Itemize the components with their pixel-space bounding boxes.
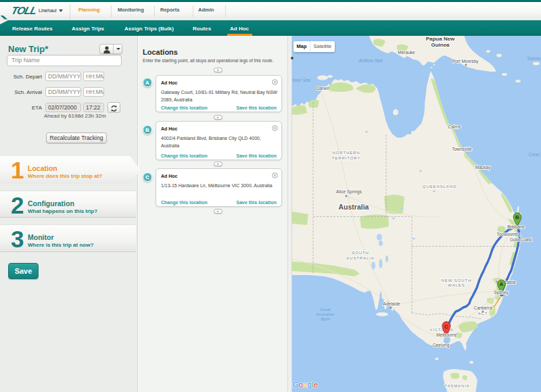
svg-text:Guinea: Guinea bbox=[431, 42, 450, 48]
svg-text:Australian: Australian bbox=[316, 312, 335, 316]
svg-text:Alice Springs: Alice Springs bbox=[336, 189, 362, 195]
svg-text:Bight: Bight bbox=[321, 317, 330, 321]
svg-text:NEW SOUTH: NEW SOUTH bbox=[442, 278, 472, 283]
svg-text:Adelaide: Adelaide bbox=[383, 301, 400, 306]
svg-text:Brisbane: Brisbane bbox=[507, 224, 525, 229]
svg-text:Cairns: Cairns bbox=[448, 124, 462, 129]
svg-text:Australia: Australia bbox=[339, 203, 369, 211]
svg-text:A: A bbox=[500, 281, 504, 287]
svg-text:Canberra: Canberra bbox=[473, 305, 492, 310]
svg-text:B: B bbox=[515, 214, 519, 220]
svg-text:Toowoomba: Toowoomba bbox=[496, 232, 520, 237]
svg-text:Mackay: Mackay bbox=[475, 165, 491, 170]
svg-text:Great: Great bbox=[320, 308, 330, 312]
svg-text:Timor Sea: Timor Sea bbox=[292, 78, 310, 82]
svg-text:Coral Sea: Coral Sea bbox=[529, 152, 541, 157]
svg-text:TERRITORY: TERRITORY bbox=[332, 156, 361, 160]
svg-text:SOUTH: SOUTH bbox=[352, 251, 369, 255]
svg-text:Darwin: Darwin bbox=[316, 86, 331, 91]
svg-text:Geelong: Geelong bbox=[433, 343, 450, 348]
svg-text:AUSTRALIA: AUSTRALIA bbox=[346, 256, 374, 260]
svg-text:Melbourne: Melbourne bbox=[436, 333, 457, 337]
svg-text:Port Moresby: Port Moresby bbox=[452, 59, 479, 64]
svg-text:Papua New: Papua New bbox=[426, 36, 455, 42]
svg-text:WALES: WALES bbox=[448, 283, 465, 287]
svg-text:Merauke: Merauke bbox=[398, 50, 415, 55]
svg-text:C: C bbox=[444, 324, 448, 330]
svg-text:QUEENSLAND: QUEENSLAND bbox=[423, 185, 456, 189]
svg-text:TASMANIA: TASMANIA bbox=[444, 384, 469, 388]
svg-text:TOLL: TOLL bbox=[10, 5, 38, 16]
svg-text:Gold Coast: Gold Coast bbox=[510, 237, 532, 242]
svg-text:Arafura Sea: Arafura Sea bbox=[358, 58, 383, 63]
svg-text:Townsville: Townsville bbox=[452, 147, 472, 151]
svg-text:Solomon: Solomon bbox=[527, 56, 541, 61]
svg-text:Sydney: Sydney bbox=[494, 290, 509, 295]
svg-text:NORTHERN: NORTHERN bbox=[332, 151, 360, 155]
